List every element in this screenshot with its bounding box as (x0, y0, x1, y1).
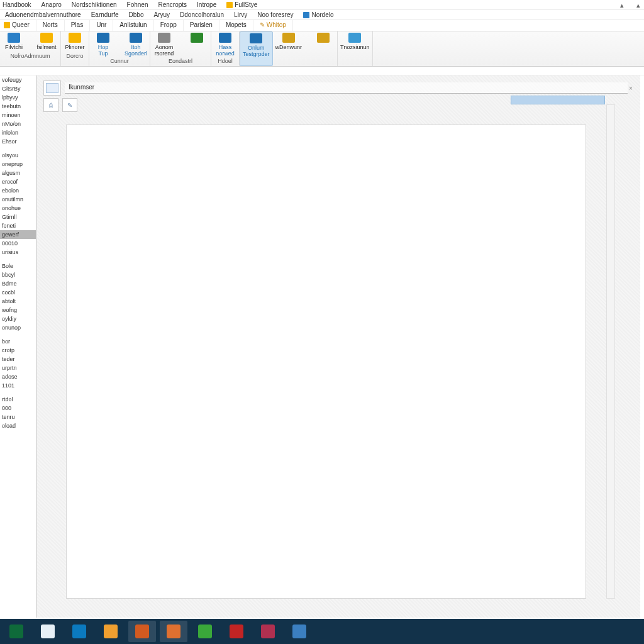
nav-item-24[interactable]: Bdme (0, 279, 36, 288)
taskbar-btn-8[interactable] (254, 621, 282, 642)
ribbon-group-3: AonomrsorendEondastrl (150, 31, 211, 66)
document-area: Ikunmser × ⎙ ✎ (36, 75, 640, 618)
ribbon-btn-2-1[interactable]: ItohSgonderl (125, 33, 147, 57)
menu1-item-1[interactable]: Anapro (36, 1, 67, 8)
nav-item-35[interactable]: adose (0, 372, 36, 381)
tab-2[interactable]: Plas (65, 20, 90, 31)
ribbon-btn-0-1[interactable]: fsilment (35, 33, 58, 50)
taskbar-btn-9[interactable] (286, 621, 313, 642)
taskbar-btn-4[interactable] (128, 621, 156, 642)
nav-item-31[interactable]: bor (0, 337, 36, 346)
tab-8[interactable]: Whitop (253, 20, 293, 31)
nav-item-33[interactable]: teder (0, 355, 36, 364)
ribbon-group-label-6 (275, 52, 335, 54)
menu2-item-0[interactable]: Aduonendmbalvernnuthore (0, 11, 86, 18)
document-title[interactable]: Ikunmser (65, 82, 628, 94)
ribbon-btn-3-0[interactable]: Aonomrsorend (153, 33, 175, 57)
nav-item-2[interactable]: lpbyvy (0, 93, 36, 102)
nav-item-29[interactable]: onunop (0, 323, 36, 332)
taskbar-btn-1[interactable] (34, 621, 62, 642)
menu2-item-2[interactable]: Dbbo (124, 11, 149, 18)
nav-item-38[interactable]: rtdol (0, 395, 36, 404)
menu2-item-1[interactable]: Earndurfe (86, 11, 124, 18)
menu-bar-1: HandbookAnaproNordschiktionenFohnenRencr… (0, 0, 644, 10)
tab-5[interactable]: Fropp (154, 20, 184, 31)
menu1-item-6[interactable]: FullStye (221, 1, 262, 8)
ribbon-btn-6-0[interactable]: wDenwunr (275, 33, 303, 50)
menu2-item-5[interactable]: Lirvy (229, 11, 252, 18)
ribbon-btn-6-1[interactable] (312, 33, 335, 44)
tab-4[interactable]: Anlistulun (113, 20, 153, 31)
menu1-item-0[interactable]: Handbook (0, 1, 36, 8)
nav-item-6[interactable]: inlolon (0, 128, 36, 137)
nav-item-16[interactable]: Gtirnll (0, 213, 36, 221)
menu1-item-4[interactable]: Rencropts (153, 1, 192, 8)
ribbon-group-label-1: Dorcro (64, 52, 86, 60)
nav-item-1[interactable]: GitsrBy (0, 84, 36, 93)
taskbar-btn-6[interactable] (191, 621, 219, 642)
nav-item-7[interactable]: Ehsor (0, 137, 36, 146)
nav-item-20[interactable]: urisius (0, 248, 36, 257)
nav-item-19[interactable]: 00010 (0, 239, 36, 248)
close-icon[interactable]: × (628, 85, 634, 92)
nav-item-17[interactable]: foneti (0, 221, 36, 230)
menu2-item-3[interactable]: Aryuy (148, 11, 175, 18)
selected-tab-indicator[interactable] (511, 96, 605, 104)
nav-item-12[interactable]: erocof (0, 177, 36, 186)
nav-item-9[interactable]: olsyou (0, 151, 36, 160)
ribbon: FilvtchifsilmentNofroAdmnuumPlinorerDorc… (0, 31, 644, 67)
nav-item-5[interactable]: nMo/on (0, 119, 36, 128)
menu2-item-7[interactable]: Nordelo (298, 11, 338, 18)
nav-item-36[interactable]: 1101 (0, 381, 36, 390)
tab-7[interactable]: Mopets (219, 20, 253, 31)
nav-item-15[interactable]: onohue (0, 204, 36, 213)
nav-item-25[interactable]: cocbl (0, 288, 36, 297)
taskbar-btn-0[interactable] (3, 621, 30, 642)
window-sys-icons: ▴ ▴ (620, 0, 640, 11)
menu2-item-4[interactable]: Ddoncolhoralun (175, 11, 229, 18)
nav-item-26[interactable]: abtolt (0, 297, 36, 306)
nav-item-34[interactable]: urprtn (0, 364, 36, 372)
taskbar-btn-7[interactable] (223, 621, 250, 642)
menu2-item-6[interactable]: Noo foresrey (252, 11, 298, 18)
nav-item-23[interactable]: bbcyl (0, 270, 36, 279)
ribbon-group-2: HopTupItohSgonderlCunnur (89, 31, 150, 66)
nav-item-4[interactable]: minoen (0, 111, 36, 119)
scrollbar[interactable] (606, 104, 615, 599)
menu1-item-3[interactable]: Fohnen (122, 1, 153, 8)
menu1-item-2[interactable]: Nordschiktionen (67, 1, 122, 8)
ribbon-btn-3-1[interactable] (186, 33, 208, 44)
doc-action-2[interactable]: ✎ (62, 98, 77, 112)
ribbon-btn-2-0[interactable]: HopTup (92, 33, 114, 57)
nav-item-28[interactable]: oyldiy (0, 314, 36, 323)
ribbon-group-label-4: Hdoel (214, 57, 236, 65)
taskbar-btn-5[interactable] (160, 621, 187, 642)
ribbon-btn-1-0[interactable]: Plinorer (64, 33, 86, 50)
nav-item-18[interactable]: gewerf (0, 230, 36, 239)
nav-item-27[interactable]: wofng (0, 306, 36, 314)
nav-item-13[interactable]: ebolon (0, 186, 36, 195)
menu1-item-5[interactable]: Intrope (192, 1, 221, 8)
nav-item-40[interactable]: tenru (0, 413, 36, 421)
nav-item-0[interactable]: vofeugy (0, 75, 36, 84)
tab-1[interactable]: Norts (36, 20, 65, 31)
ribbon-btn-7-0[interactable]: Tnozsiunun (340, 33, 370, 50)
ribbon-btn-5-0[interactable]: OnlumTestgrpder (243, 33, 270, 57)
page-canvas (66, 125, 586, 599)
nav-item-22[interactable]: Bole (0, 262, 36, 270)
taskbar-btn-3[interactable] (97, 621, 125, 642)
nav-item-10[interactable]: oneprup (0, 160, 36, 169)
doc-action-1[interactable]: ⎙ (43, 98, 58, 112)
tab-3[interactable]: Unr (90, 20, 113, 31)
taskbar-btn-2[interactable] (65, 621, 93, 642)
nav-item-14[interactable]: onutilmn (0, 195, 36, 204)
nav-item-11[interactable]: algusm (0, 169, 36, 177)
tab-0[interactable]: Queer (0, 20, 36, 31)
ribbon-btn-0-0[interactable]: Filvtchi (3, 33, 25, 50)
nav-item-41[interactable]: oload (0, 421, 36, 430)
nav-item-32[interactable]: crotp (0, 346, 36, 355)
tab-6[interactable]: Parislen (184, 20, 219, 31)
ribbon-btn-4-0[interactable]: Hassnorwed (214, 33, 236, 57)
nav-item-39[interactable]: 000 (0, 404, 36, 413)
nav-item-3[interactable]: teebutn (0, 102, 36, 111)
